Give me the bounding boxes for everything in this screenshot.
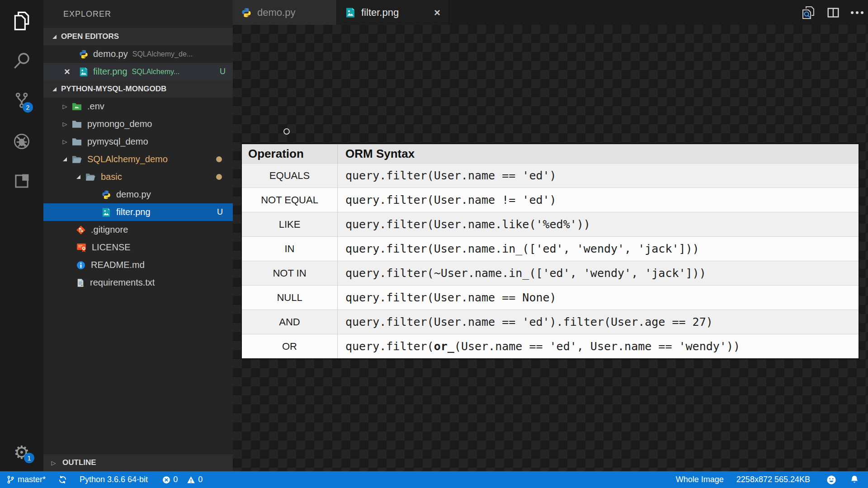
tree-item-readme[interactable]: README.md bbox=[43, 256, 233, 274]
scm-badge: 2 bbox=[23, 102, 33, 113]
tree-item-env[interactable]: ▷ .env bbox=[43, 98, 233, 115]
sync-item[interactable] bbox=[58, 475, 67, 484]
tree-item-gitignore[interactable]: .gitignore bbox=[43, 221, 233, 239]
table-header-row: Operation ORM Syntax bbox=[242, 144, 859, 163]
open-editor-filter-png[interactable]: × filter.png SQLAlchemy... U bbox=[43, 63, 233, 80]
open-preview-icon[interactable] bbox=[801, 5, 816, 20]
python-file-icon bbox=[101, 190, 111, 200]
section-workspace[interactable]: PYTHON-MYSQL-MONGODB bbox=[43, 80, 233, 98]
open-editor-label: demo.py bbox=[93, 49, 128, 59]
tree-item-sqlalchemy-demo[interactable]: SQLAlchemy_demo bbox=[43, 150, 233, 168]
tab-filter-png[interactable]: filter.png × bbox=[337, 0, 449, 25]
tab-label: filter.png bbox=[361, 7, 399, 19]
bell-icon bbox=[850, 475, 859, 484]
more-actions-icon[interactable] bbox=[851, 11, 863, 14]
chevron-expanded-icon bbox=[52, 87, 57, 91]
smiley-icon bbox=[826, 475, 836, 485]
table-row: EQUALS query.filter(User.name == 'ed') bbox=[242, 163, 859, 188]
chevron-expanded-icon bbox=[63, 157, 67, 161]
table-header-orm-syntax: ORM Syntax bbox=[338, 144, 859, 163]
folder-icon bbox=[71, 120, 82, 129]
activity-debug[interactable] bbox=[0, 129, 43, 154]
sync-icon bbox=[58, 475, 67, 484]
tab-demo-py[interactable]: demo.py bbox=[233, 0, 337, 25]
extensions-icon bbox=[13, 173, 30, 190]
activity-settings[interactable]: ⚙ 1 bbox=[0, 440, 43, 465]
tree-item-license[interactable]: LICENSE bbox=[43, 239, 233, 256]
python-interpreter-item[interactable]: Python 3.6.6 64-bit bbox=[80, 475, 148, 484]
image-info-item[interactable]: 2258x872 565.24KB bbox=[736, 475, 810, 484]
open-editor-demo-py[interactable]: demo.py SQLAlchemy_de... bbox=[43, 45, 233, 63]
search-icon bbox=[13, 52, 31, 70]
open-editor-detail: SQLAlchemy... bbox=[132, 68, 180, 76]
folder-open-icon bbox=[85, 173, 96, 182]
open-editor-label: filter.png bbox=[93, 66, 127, 77]
tree-item-pymongo-demo[interactable]: ▷ pymongo_demo bbox=[43, 115, 233, 133]
zoom-cursor-ring bbox=[283, 128, 290, 135]
table-row: LIKE query.filter(User.name.like('%ed%')… bbox=[242, 212, 859, 236]
git-modified-dot bbox=[216, 156, 222, 162]
sidebar-title: EXPLORER bbox=[43, 0, 233, 28]
editor-group: demo.py filter.png × bbox=[233, 0, 868, 471]
image-file-icon bbox=[101, 207, 111, 217]
error-icon bbox=[162, 476, 170, 484]
debug-disabled-icon bbox=[13, 132, 31, 150]
python-file-icon bbox=[241, 7, 252, 18]
info-icon bbox=[76, 260, 86, 270]
section-outline[interactable]: ▷ OUTLINE bbox=[43, 454, 233, 471]
table-header-operation: Operation bbox=[242, 144, 338, 163]
chevron-collapsed-icon: ▷ bbox=[63, 121, 67, 127]
problems-item[interactable]: 0 0 bbox=[162, 475, 203, 484]
section-open-editors[interactable]: OPEN EDITORS bbox=[43, 28, 233, 45]
tab-bar: demo.py filter.png × bbox=[233, 0, 868, 25]
editor-actions bbox=[801, 0, 863, 25]
close-icon[interactable]: × bbox=[64, 67, 74, 77]
env-folder-icon bbox=[71, 102, 82, 111]
git-icon bbox=[76, 225, 86, 235]
activity-source-control[interactable]: 2 bbox=[0, 88, 43, 113]
folder-open-icon bbox=[71, 155, 82, 164]
vscode-window: 2 ⚙ 1 EXPLORER bbox=[0, 0, 868, 488]
status-bar: master* Python 3.6.6 64-bit 0 bbox=[0, 471, 868, 488]
table-row: NOT EQUAL query.filter(User.name != 'ed'… bbox=[242, 188, 859, 212]
activity-bar: 2 ⚙ 1 bbox=[0, 0, 43, 471]
table-row: OR query.filter(or_(User.name == 'ed', U… bbox=[242, 334, 859, 358]
git-branch-item[interactable]: master* bbox=[6, 475, 46, 484]
folder-icon bbox=[71, 137, 82, 146]
table-row: NULL query.filter(User.name == None) bbox=[242, 285, 859, 310]
table-row: IN query.filter(User.name.in_(['ed', 'we… bbox=[242, 236, 859, 261]
table-row: NOT IN query.filter(~User.name.in_(['ed'… bbox=[242, 261, 859, 285]
image-fit-item[interactable]: Whole Image bbox=[676, 475, 724, 484]
tree-item-pymysql-demo[interactable]: ▷ pymysql_demo bbox=[43, 133, 233, 150]
chevron-collapsed-icon: ▷ bbox=[63, 138, 67, 145]
tree-item-demo-py[interactable]: demo.py bbox=[43, 186, 233, 203]
git-status-badge: U bbox=[220, 67, 226, 76]
python-file-icon bbox=[79, 49, 89, 59]
chevron-expanded-icon bbox=[52, 35, 57, 39]
close-icon[interactable]: × bbox=[434, 7, 440, 18]
open-editor-detail: SQLAlchemy_de... bbox=[132, 50, 193, 58]
split-editor-icon[interactable] bbox=[826, 6, 840, 19]
chevron-collapsed-icon: ▷ bbox=[63, 103, 67, 110]
table-row: AND query.filter(User.name == 'ed').filt… bbox=[242, 310, 859, 334]
tree-item-basic[interactable]: basic bbox=[43, 168, 233, 186]
git-modified-dot bbox=[216, 174, 222, 180]
tree-item-filter-png[interactable]: filter.png U bbox=[43, 203, 233, 221]
tab-label: demo.py bbox=[257, 7, 295, 19]
orm-syntax-table-image: Operation ORM Syntax EQUALS query.filter… bbox=[241, 143, 859, 360]
tree-item-requirements[interactable]: requirements.txt bbox=[43, 274, 233, 291]
chevron-expanded-icon bbox=[76, 175, 80, 179]
notifications-item[interactable] bbox=[850, 475, 859, 484]
activity-search[interactable] bbox=[0, 48, 43, 74]
license-icon bbox=[76, 242, 87, 253]
activity-extensions[interactable] bbox=[0, 169, 43, 194]
image-file-icon bbox=[345, 7, 356, 18]
image-file-icon bbox=[79, 67, 89, 77]
files-icon bbox=[12, 11, 31, 31]
text-file-icon bbox=[76, 278, 85, 288]
feedback-item[interactable] bbox=[826, 475, 836, 485]
chevron-collapsed-icon: ▷ bbox=[52, 460, 56, 466]
activity-explorer[interactable] bbox=[0, 9, 43, 34]
image-preview-editor[interactable]: Operation ORM Syntax EQUALS query.filter… bbox=[233, 25, 868, 471]
warning-icon bbox=[187, 476, 195, 484]
